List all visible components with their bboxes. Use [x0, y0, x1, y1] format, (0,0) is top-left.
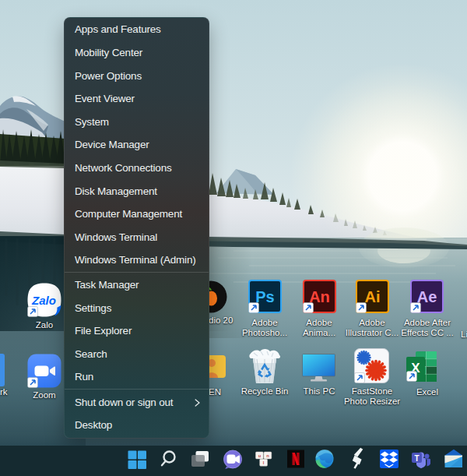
svg-text:An: An	[309, 288, 330, 305]
svg-text:Zalo: Zalo	[31, 294, 56, 307]
svg-text:T: T	[414, 454, 419, 463]
svg-text:Ae: Ae	[417, 288, 437, 305]
svg-text:Ps: Ps	[255, 288, 274, 305]
svg-text:Ai: Ai	[365, 288, 381, 305]
svg-text:u: u	[258, 453, 262, 458]
svg-text:n: n	[266, 453, 269, 458]
